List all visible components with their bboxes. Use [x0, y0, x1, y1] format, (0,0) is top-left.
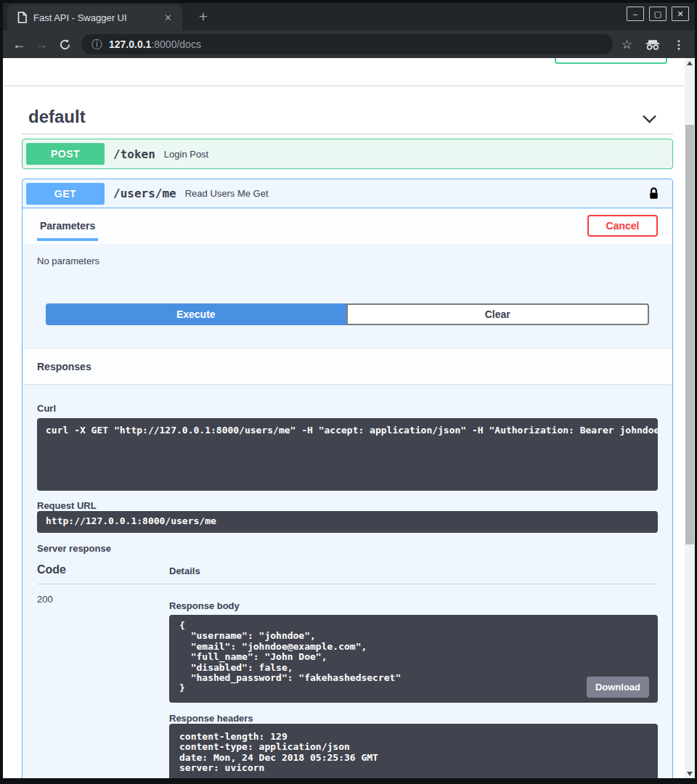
- opblock-post-header[interactable]: POST /token Login Post: [23, 139, 672, 168]
- swagger-content: default POST /token Login Post: [3, 107, 685, 778]
- forward-icon[interactable]: →: [35, 38, 48, 51]
- page-viewport: default POST /token Login Post: [3, 58, 695, 778]
- scrollbar-thumb[interactable]: [685, 125, 694, 544]
- address-bar[interactable]: ⓘ 127.0.0.1:8000/docs: [81, 34, 613, 54]
- response-body-label: Response body: [169, 600, 658, 611]
- opblock-post-token: POST /token Login Post: [22, 139, 673, 169]
- response-headers-label: Response headers: [169, 713, 658, 724]
- tab-close-icon[interactable]: ✕: [161, 11, 175, 25]
- get-method-badge: GET: [26, 183, 105, 205]
- menu-dots-icon[interactable]: ⋮: [673, 38, 685, 52]
- request-url-label: Request URL: [37, 500, 658, 511]
- close-button[interactable]: ✕: [672, 7, 689, 21]
- page-scrollbar[interactable]: [685, 58, 695, 778]
- tag-section-header[interactable]: default: [22, 107, 673, 134]
- scrollbar-down-arrow-icon[interactable]: [685, 768, 695, 778]
- execute-button[interactable]: Execute: [46, 303, 346, 325]
- reload-icon[interactable]: [59, 38, 71, 51]
- response-body-json: { "username": "johndoe", "email": "johnd…: [169, 615, 658, 703]
- execute-row: Execute Clear: [37, 303, 658, 325]
- url-path: :8000/docs: [151, 38, 201, 50]
- post-summary: Login Post: [164, 149, 208, 160]
- clear-button[interactable]: Clear: [346, 303, 650, 325]
- post-path: /token: [113, 147, 155, 161]
- browser-toolbar: ← → ⓘ 127.0.0.1:8000/docs ☆ ⋮: [3, 30, 695, 58]
- browser-window: Fast API - Swagger UI ✕ + – ▢ ✕ ← → ⓘ 12…: [0, 0, 697, 784]
- tag-title: default: [28, 107, 86, 127]
- tab-parameters[interactable]: Parameters: [37, 208, 98, 241]
- server-response-label: Server response: [37, 543, 658, 554]
- status-code: 200: [37, 594, 169, 778]
- tab-strip: Fast API - Swagger UI ✕ + – ▢ ✕: [3, 3, 695, 30]
- tab-title: Fast API - Swagger UI: [33, 12, 161, 23]
- url-text: 127.0.0.1:8000/docs: [109, 38, 201, 50]
- response-headers-value: content-length: 129 content-type: applic…: [169, 724, 658, 778]
- response-table-head: Code Details: [37, 563, 658, 584]
- response-body-wrap: { "username": "johndoe", "email": "johnd…: [169, 615, 658, 703]
- swagger-page: default POST /token Login Post: [3, 58, 685, 778]
- post-method-badge: POST: [26, 143, 105, 165]
- browser-tab[interactable]: Fast API - Swagger UI ✕: [7, 4, 182, 30]
- curl-label: Curl: [37, 403, 658, 414]
- cancel-button[interactable]: Cancel: [587, 215, 658, 237]
- responses-header: Responses: [23, 348, 672, 384]
- url-host: 127.0.0.1: [109, 38, 151, 50]
- incognito-icon: [644, 39, 661, 50]
- details-column-header: Details: [169, 563, 200, 576]
- parameters-tab-header: Parameters Cancel: [23, 208, 672, 244]
- minimize-button[interactable]: –: [627, 7, 644, 21]
- window-controls: – ▢ ✕: [627, 7, 689, 21]
- page-favicon-icon: [17, 12, 27, 23]
- new-tab-button[interactable]: +: [193, 7, 213, 28]
- site-info-icon[interactable]: ⓘ: [91, 38, 102, 52]
- server-response-table: Code Details 200 Response body { "userna…: [37, 563, 658, 778]
- scrollbar-up-arrow-icon[interactable]: [685, 58, 695, 68]
- no-parameters-text: No parameters: [37, 256, 658, 266]
- maximize-button[interactable]: ▢: [649, 7, 667, 21]
- response-table-row: 200 Response body { "username": "johndoe…: [37, 584, 658, 778]
- opblock-get-header[interactable]: GET /users/me Read Users Me Get: [23, 179, 672, 208]
- opblock-get-users-me: GET /users/me Read Users Me Get Paramete…: [22, 179, 673, 778]
- response-detail-cell: Response body { "username": "johndoe", "…: [169, 594, 658, 778]
- responses-title: Responses: [37, 361, 91, 372]
- get-summary: Read Users Me Get: [185, 188, 269, 199]
- lock-icon[interactable]: [648, 187, 659, 200]
- curl-command: curl -X GET "http://127.0.0.1:8000/users…: [37, 418, 658, 491]
- download-button[interactable]: Download: [587, 677, 649, 698]
- responses-inner: Curl curl -X GET "http://127.0.0.1:8000/…: [23, 384, 672, 778]
- scheme-container: [3, 58, 685, 86]
- request-url-value: http://127.0.0.1:8000/users/me: [37, 511, 658, 533]
- back-icon[interactable]: ←: [12, 38, 25, 51]
- authorize-button[interactable]: [555, 58, 667, 64]
- bookmark-star-icon[interactable]: ☆: [621, 37, 632, 52]
- get-path: /users/me: [113, 187, 176, 200]
- chevron-down-icon[interactable]: [642, 115, 657, 123]
- execute-section: No parameters Execute Clear: [23, 244, 672, 348]
- code-column-header: Code: [37, 563, 169, 576]
